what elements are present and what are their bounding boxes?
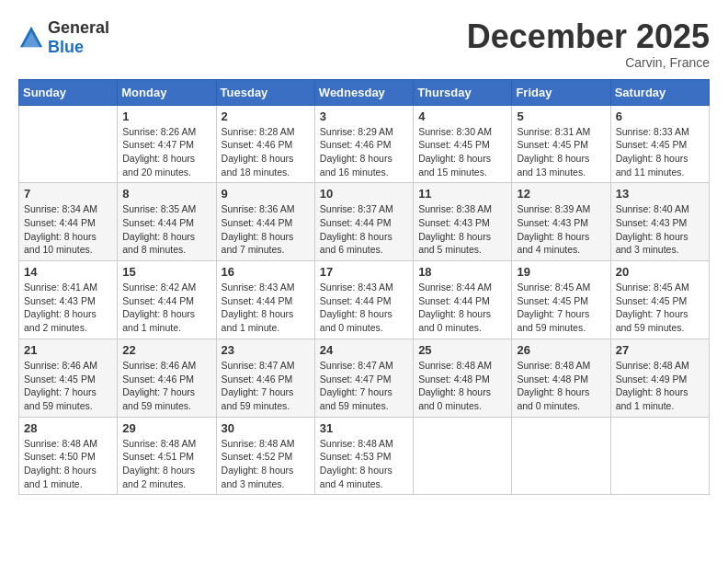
day-number: 25 — [418, 343, 506, 357]
calendar-cell: 14Sunrise: 8:41 AM Sunset: 4:43 PM Dayli… — [19, 261, 118, 339]
calendar-week-4: 21Sunrise: 8:46 AM Sunset: 4:45 PM Dayli… — [19, 339, 710, 417]
location: Carvin, France — [467, 55, 710, 70]
calendar-cell: 29Sunrise: 8:48 AM Sunset: 4:51 PM Dayli… — [118, 417, 216, 495]
day-number: 13 — [616, 187, 704, 201]
calendar-cell: 16Sunrise: 8:43 AM Sunset: 4:44 PM Dayli… — [216, 261, 314, 339]
header-day-sunday: Sunday — [19, 79, 118, 105]
day-number: 8 — [122, 187, 210, 201]
day-info: Sunrise: 8:46 AM Sunset: 4:45 PM Dayligh… — [24, 359, 112, 413]
day-info: Sunrise: 8:37 AM Sunset: 4:44 PM Dayligh… — [320, 202, 408, 257]
day-info: Sunrise: 8:48 AM Sunset: 4:49 PM Dayligh… — [616, 359, 704, 413]
calendar-cell: 5Sunrise: 8:31 AM Sunset: 4:45 PM Daylig… — [512, 105, 610, 183]
day-info: Sunrise: 8:39 AM Sunset: 4:43 PM Dayligh… — [517, 202, 605, 257]
day-number: 6 — [616, 109, 704, 123]
calendar-cell: 22Sunrise: 8:46 AM Sunset: 4:46 PM Dayli… — [118, 339, 216, 417]
day-info: Sunrise: 8:41 AM Sunset: 4:43 PM Dayligh… — [24, 281, 112, 335]
day-number: 14 — [24, 265, 112, 279]
day-info: Sunrise: 8:48 AM Sunset: 4:48 PM Dayligh… — [517, 359, 605, 413]
day-info: Sunrise: 8:38 AM Sunset: 4:43 PM Dayligh… — [418, 202, 506, 257]
title-block: December 2025 Carvin, France — [467, 18, 710, 70]
day-info: Sunrise: 8:43 AM Sunset: 4:44 PM Dayligh… — [222, 281, 310, 335]
calendar-cell: 10Sunrise: 8:37 AM Sunset: 4:44 PM Dayli… — [314, 183, 413, 261]
day-info: Sunrise: 8:47 AM Sunset: 4:46 PM Dayligh… — [222, 359, 310, 413]
calendar-cell: 12Sunrise: 8:39 AM Sunset: 4:43 PM Dayli… — [512, 183, 610, 261]
day-info: Sunrise: 8:45 AM Sunset: 4:45 PM Dayligh… — [517, 281, 605, 335]
day-info: Sunrise: 8:40 AM Sunset: 4:43 PM Dayligh… — [616, 202, 704, 257]
day-info: Sunrise: 8:48 AM Sunset: 4:52 PM Dayligh… — [222, 437, 310, 491]
calendar-cell: 15Sunrise: 8:42 AM Sunset: 4:44 PM Dayli… — [118, 261, 216, 339]
day-info: Sunrise: 8:43 AM Sunset: 4:44 PM Dayligh… — [320, 281, 408, 335]
header-day-friday: Friday — [512, 79, 610, 105]
header-day-saturday: Saturday — [610, 79, 709, 105]
calendar-header: SundayMondayTuesdayWednesdayThursdayFrid… — [19, 79, 710, 105]
calendar-cell: 18Sunrise: 8:44 AM Sunset: 4:44 PM Dayli… — [414, 261, 512, 339]
calendar-week-3: 14Sunrise: 8:41 AM Sunset: 4:43 PM Dayli… — [19, 261, 710, 339]
day-info: Sunrise: 8:35 AM Sunset: 4:44 PM Dayligh… — [122, 202, 210, 257]
day-info: Sunrise: 8:36 AM Sunset: 4:44 PM Dayligh… — [222, 202, 310, 257]
day-number: 30 — [222, 421, 310, 435]
day-info: Sunrise: 8:30 AM Sunset: 4:45 PM Dayligh… — [418, 125, 506, 179]
calendar-cell: 11Sunrise: 8:38 AM Sunset: 4:43 PM Dayli… — [414, 183, 512, 261]
calendar-cell: 28Sunrise: 8:48 AM Sunset: 4:50 PM Dayli… — [19, 417, 118, 495]
calendar-cell: 20Sunrise: 8:45 AM Sunset: 4:45 PM Dayli… — [610, 261, 709, 339]
day-number: 20 — [616, 265, 704, 279]
day-number: 27 — [616, 343, 704, 357]
day-number: 15 — [122, 265, 210, 279]
day-info: Sunrise: 8:28 AM Sunset: 4:46 PM Dayligh… — [222, 125, 310, 179]
day-info: Sunrise: 8:26 AM Sunset: 4:47 PM Dayligh… — [122, 125, 210, 179]
day-info: Sunrise: 8:44 AM Sunset: 4:44 PM Dayligh… — [418, 281, 506, 335]
logo-blue: Blue — [48, 38, 84, 56]
calendar-cell: 9Sunrise: 8:36 AM Sunset: 4:44 PM Daylig… — [216, 183, 314, 261]
calendar-cell — [512, 417, 610, 495]
calendar-cell: 30Sunrise: 8:48 AM Sunset: 4:52 PM Dayli… — [216, 417, 314, 495]
day-info: Sunrise: 8:31 AM Sunset: 4:45 PM Dayligh… — [517, 125, 605, 179]
header-day-wednesday: Wednesday — [314, 79, 413, 105]
day-info: Sunrise: 8:48 AM Sunset: 4:53 PM Dayligh… — [320, 437, 408, 491]
logo-text: General Blue — [48, 18, 109, 57]
day-number: 19 — [517, 265, 605, 279]
day-number: 23 — [222, 343, 310, 357]
calendar-cell: 17Sunrise: 8:43 AM Sunset: 4:44 PM Dayli… — [314, 261, 413, 339]
calendar-cell: 23Sunrise: 8:47 AM Sunset: 4:46 PM Dayli… — [216, 339, 314, 417]
calendar-cell: 8Sunrise: 8:35 AM Sunset: 4:44 PM Daylig… — [118, 183, 216, 261]
day-number: 4 — [418, 109, 506, 123]
day-number: 26 — [517, 343, 605, 357]
header-day-tuesday: Tuesday — [216, 79, 314, 105]
calendar-cell — [19, 105, 118, 183]
day-info: Sunrise: 8:48 AM Sunset: 4:50 PM Dayligh… — [24, 437, 112, 491]
calendar-cell: 26Sunrise: 8:48 AM Sunset: 4:48 PM Dayli… — [512, 339, 610, 417]
calendar-cell: 13Sunrise: 8:40 AM Sunset: 4:43 PM Dayli… — [610, 183, 709, 261]
logo: General Blue — [18, 18, 109, 57]
header-day-monday: Monday — [118, 79, 216, 105]
calendar-week-2: 7Sunrise: 8:34 AM Sunset: 4:44 PM Daylig… — [19, 183, 710, 261]
day-number: 3 — [320, 109, 408, 123]
calendar-cell: 7Sunrise: 8:34 AM Sunset: 4:44 PM Daylig… — [19, 183, 118, 261]
day-number: 11 — [418, 187, 506, 201]
day-number: 2 — [222, 109, 310, 123]
day-number: 7 — [24, 187, 112, 201]
calendar-body: 1Sunrise: 8:26 AM Sunset: 4:47 PM Daylig… — [19, 105, 710, 495]
day-info: Sunrise: 8:48 AM Sunset: 4:51 PM Dayligh… — [122, 437, 210, 491]
calendar-week-1: 1Sunrise: 8:26 AM Sunset: 4:47 PM Daylig… — [19, 105, 710, 183]
calendar-table: SundayMondayTuesdayWednesdayThursdayFrid… — [18, 79, 710, 496]
day-number: 24 — [320, 343, 408, 357]
day-info: Sunrise: 8:46 AM Sunset: 4:46 PM Dayligh… — [122, 359, 210, 413]
day-info: Sunrise: 8:45 AM Sunset: 4:45 PM Dayligh… — [616, 281, 704, 335]
logo-icon — [18, 25, 44, 51]
calendar-cell: 31Sunrise: 8:48 AM Sunset: 4:53 PM Dayli… — [314, 417, 413, 495]
calendar-cell: 6Sunrise: 8:33 AM Sunset: 4:45 PM Daylig… — [610, 105, 709, 183]
day-info: Sunrise: 8:33 AM Sunset: 4:45 PM Dayligh… — [616, 125, 704, 179]
day-number: 12 — [517, 187, 605, 201]
header-day-thursday: Thursday — [414, 79, 512, 105]
calendar-week-5: 28Sunrise: 8:48 AM Sunset: 4:50 PM Dayli… — [19, 417, 710, 495]
day-info: Sunrise: 8:48 AM Sunset: 4:48 PM Dayligh… — [418, 359, 506, 413]
calendar-cell: 3Sunrise: 8:29 AM Sunset: 4:46 PM Daylig… — [314, 105, 413, 183]
calendar-cell: 25Sunrise: 8:48 AM Sunset: 4:48 PM Dayli… — [414, 339, 512, 417]
logo-general: General — [48, 18, 109, 37]
header-row: SundayMondayTuesdayWednesdayThursdayFrid… — [19, 79, 710, 105]
day-number: 17 — [320, 265, 408, 279]
day-info: Sunrise: 8:42 AM Sunset: 4:44 PM Dayligh… — [122, 281, 210, 335]
calendar-cell: 24Sunrise: 8:47 AM Sunset: 4:47 PM Dayli… — [314, 339, 413, 417]
day-number: 29 — [122, 421, 210, 435]
calendar-cell: 1Sunrise: 8:26 AM Sunset: 4:47 PM Daylig… — [118, 105, 216, 183]
